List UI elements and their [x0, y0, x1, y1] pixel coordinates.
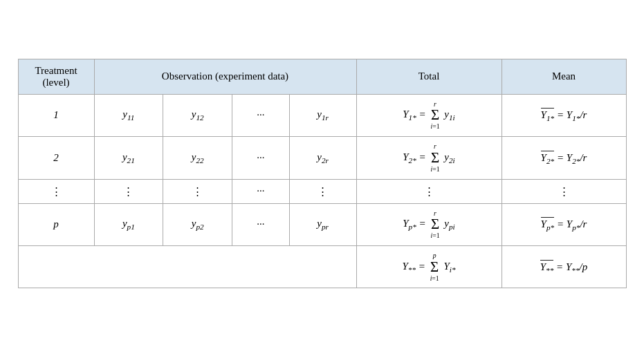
table-row: ⋮ ⋮ ⋮ ··· ⋮ ⋮ ⋮ [18, 179, 626, 203]
cell-total-2: Y2* = r Σ i=1 y2i [356, 137, 502, 179]
cell-obs2-dots: ⋮ [163, 179, 232, 203]
cell-dots-p: ··· [232, 203, 290, 245]
table-row: p yp1 yp2 ··· ypr Yp* = r Σ i=1 ypi [18, 203, 626, 245]
cell-y22: y22 [163, 137, 232, 179]
cell-total-p: Yp* = r Σ i=1 ypi [356, 203, 502, 245]
header-mean: Mean [502, 59, 626, 94]
header-treatment: Treatment(level) [18, 59, 94, 94]
cell-mean-grand: Y** = Y**/p [502, 245, 626, 288]
cell-dots-2: ··· [232, 137, 290, 179]
cell-mean-p: Yp* = Yp*/r [502, 203, 626, 245]
cell-y21: y21 [94, 137, 163, 179]
cell-mean-1: Y1* = Y1*/r [502, 94, 626, 136]
cell-treatment-2: 2 [18, 137, 94, 179]
header-observation: Observation (experiment data) [94, 59, 356, 94]
cell-dots-mid: ··· [232, 179, 290, 203]
cell-mean-2: Y2* = Y2*/r [502, 137, 626, 179]
cell-treatment-p: p [18, 203, 94, 245]
cell-total-dots: ⋮ [356, 179, 502, 203]
cell-dots-1: ··· [232, 94, 290, 136]
cell-treatment-dots: ⋮ [18, 179, 94, 203]
header-total: Total [356, 59, 502, 94]
cell-yp2: yp2 [163, 203, 232, 245]
cell-total-1: Y1* = r Σ i=1 y1i [356, 94, 502, 136]
cell-y1r: y1r [289, 94, 356, 136]
cell-y12: y12 [163, 94, 232, 136]
header-row: Treatment(level) Observation (experiment… [18, 59, 626, 94]
cell-treatment-1: 1 [18, 94, 94, 136]
cell-y11: y11 [94, 94, 163, 136]
cell-obs4-dots: ⋮ [289, 179, 356, 203]
cell-ypr: ypr [289, 203, 356, 245]
cell-total-grand: Y** = p Σ i=1 Yi* [356, 245, 502, 288]
cell-obs1-dots: ⋮ [94, 179, 163, 203]
table-wrapper: Treatment(level) Observation (experiment… [18, 59, 627, 289]
data-table: Treatment(level) Observation (experiment… [18, 59, 627, 289]
cell-yp1: yp1 [94, 203, 163, 245]
table-row: 1 y11 y12 ··· y1r Y1* = r Σ i=1 y1i [18, 94, 626, 136]
cell-empty-grand [18, 245, 356, 288]
table-row-grand: Y** = p Σ i=1 Yi* Y** = Y**/p [18, 245, 626, 288]
table-row: 2 y21 y22 ··· y2r Y2* = r Σ i=1 y2i [18, 137, 626, 179]
cell-y2r: y2r [289, 137, 356, 179]
cell-mean-dots: ⋮ [502, 179, 626, 203]
